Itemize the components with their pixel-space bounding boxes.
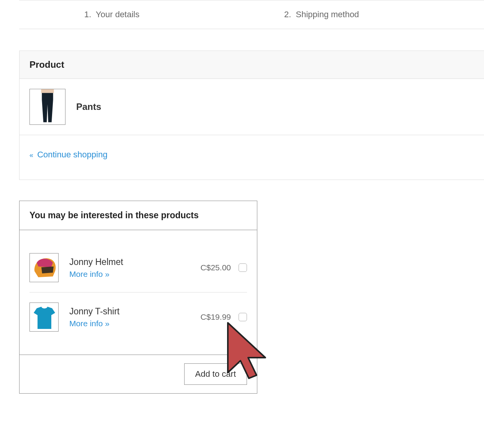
upsell-title: You may be interested in these products (20, 201, 257, 230)
step-label: Your details (96, 10, 139, 19)
cart-item-row: Pants (20, 79, 484, 135)
more-info-link[interactable]: More info » (69, 270, 201, 279)
helmet-icon (30, 253, 59, 282)
product-name: Pants (76, 101, 101, 112)
upsell-item: Jonny Helmet More info » C$25.00 (29, 243, 247, 292)
cart-column-product: Product (20, 51, 484, 79)
product-thumbnail-tshirt[interactable] (29, 302, 59, 332)
upsell-select-checkbox[interactable] (239, 263, 247, 272)
upsell-product-price: C$25.00 (201, 263, 231, 272)
step-your-details[interactable]: 1. Your details (19, 10, 284, 20)
upsell-product-price: C$19.99 (201, 312, 231, 322)
upsell-select-checkbox[interactable] (239, 313, 247, 321)
product-thumbnail-helmet[interactable] (29, 253, 59, 282)
continue-shopping-label: Continue shopping (37, 150, 107, 159)
tshirt-icon (30, 303, 59, 332)
pants-icon (30, 89, 65, 124)
upsell-panel: You may be interested in these products … (19, 201, 257, 394)
product-thumbnail-pants[interactable] (29, 89, 65, 125)
cart-table: Product Pants « Continue shopping (19, 51, 484, 180)
checkout-steps: 1. Your details 2. Shipping method (19, 0, 484, 29)
add-to-cart-button[interactable]: Add to cart (184, 363, 247, 385)
chevron-left-icon: « (29, 151, 33, 159)
step-shipping-method[interactable]: 2. Shipping method (284, 10, 484, 20)
svg-rect-1 (41, 89, 54, 93)
continue-shopping-link[interactable]: « Continue shopping (29, 150, 108, 159)
step-number: 2. (284, 10, 291, 19)
step-number: 1. (84, 10, 91, 19)
upsell-product-name: Jonny Helmet (69, 257, 201, 267)
more-info-link[interactable]: More info » (69, 319, 201, 328)
upsell-product-name: Jonny T-shirt (69, 306, 201, 317)
upsell-item: Jonny T-shirt More info » C$19.99 (29, 292, 247, 342)
step-label: Shipping method (296, 10, 359, 19)
